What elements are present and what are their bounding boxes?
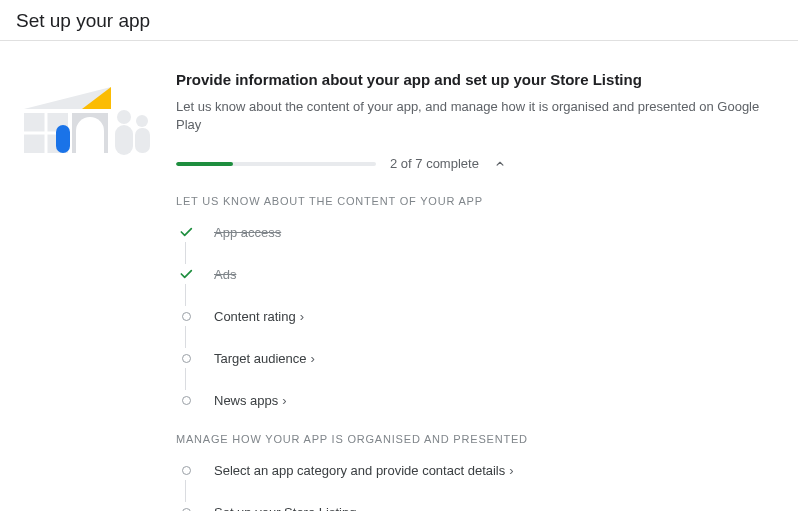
setup-illustration-icon: [16, 75, 156, 165]
task-list-content: App access Ads Content rating › Target a…: [176, 221, 782, 411]
task-label: Content rating: [214, 309, 296, 324]
circle-icon: [176, 502, 196, 511]
illustration: [16, 71, 166, 511]
svg-rect-8: [115, 125, 133, 155]
task-label: Target audience: [214, 351, 307, 366]
task-label: Ads: [214, 267, 236, 282]
chevron-right-icon: ›: [509, 463, 513, 478]
chevron-right-icon: ›: [360, 505, 364, 511]
task-select-category[interactable]: Select an app category and provide conta…: [176, 459, 782, 481]
progress-bar: [176, 162, 376, 166]
task-app-access[interactable]: App access: [176, 221, 782, 243]
progress-fill: [176, 162, 233, 166]
chevron-right-icon: ›: [300, 309, 304, 324]
collapse-toggle[interactable]: [493, 157, 507, 171]
task-label: Set up your Store Listing: [214, 505, 356, 511]
task-label: App access: [214, 225, 281, 240]
chevron-right-icon: ›: [282, 393, 286, 408]
task-list-organise: Select an app category and provide conta…: [176, 459, 782, 511]
group-label-organise: MANAGE HOW YOUR APP IS ORGANISED AND PRE…: [176, 433, 782, 445]
circle-icon: [176, 306, 196, 326]
chevron-up-icon: [493, 157, 507, 171]
svg-point-9: [136, 115, 148, 127]
task-label: News apps: [214, 393, 278, 408]
svg-rect-6: [56, 125, 70, 153]
circle-icon: [176, 348, 196, 368]
group-label-content: LET US KNOW ABOUT THE CONTENT OF YOUR AP…: [176, 195, 782, 207]
section-title: Provide information about your app and s…: [176, 71, 782, 88]
circle-icon: [176, 390, 196, 410]
check-icon: [176, 264, 196, 284]
progress-row: 2 of 7 complete: [176, 156, 782, 171]
task-content-rating[interactable]: Content rating ›: [176, 305, 782, 327]
progress-label: 2 of 7 complete: [390, 156, 479, 171]
svg-point-7: [117, 110, 131, 124]
circle-icon: [176, 460, 196, 480]
task-store-listing[interactable]: Set up your Store Listing ›: [176, 501, 782, 511]
task-news-apps[interactable]: News apps ›: [176, 389, 782, 411]
chevron-right-icon: ›: [311, 351, 315, 366]
content: Provide information about your app and s…: [0, 41, 798, 511]
task-label: Select an app category and provide conta…: [214, 463, 505, 478]
task-target-audience[interactable]: Target audience ›: [176, 347, 782, 369]
main-panel: Provide information about your app and s…: [166, 71, 782, 511]
check-icon: [176, 222, 196, 242]
section-subtitle: Let us know about the content of your ap…: [176, 98, 782, 134]
page-title: Set up your app: [16, 10, 782, 32]
svg-rect-10: [135, 128, 150, 153]
topbar: Set up your app: [0, 0, 798, 41]
task-ads[interactable]: Ads: [176, 263, 782, 285]
